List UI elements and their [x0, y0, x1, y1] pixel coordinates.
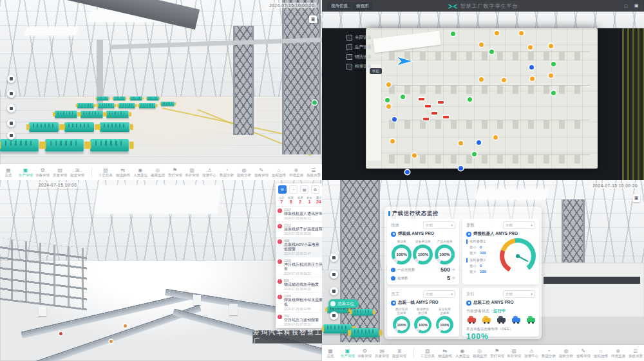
toolbar-item[interactable]: ▣ 生产管理 — [339, 348, 356, 358]
toolbar-item[interactable]: ▧ 工艺仿真 — [91, 167, 115, 178]
poi-marker[interactable] — [330, 270, 338, 279]
poi-marker[interactable] — [7, 75, 15, 83]
status-dot[interactable] — [551, 91, 556, 95]
toolbar-item[interactable]: ⊞ 能源管理 — [391, 348, 408, 358]
status-dot[interactable] — [386, 104, 391, 109]
toolbar-item[interactable]: ⚠ 报警中心 — [523, 348, 540, 358]
selected-poi-pill[interactable]: 总装工位 — [328, 299, 359, 308]
toolbar-item[interactable]: ✎ 巡检管理 — [252, 167, 270, 178]
status-dot[interactable] — [438, 101, 444, 104]
panel-tab[interactable]: ◔ — [289, 185, 298, 194]
poi-marker[interactable] — [330, 254, 338, 262]
poi-marker[interactable] — [330, 311, 338, 320]
poi-marker[interactable] — [330, 287, 338, 295]
vehicle-icon[interactable] — [482, 318, 491, 322]
toolbar-item[interactable]: ◔ 数据分析 — [540, 348, 558, 358]
status-dot[interactable] — [479, 77, 484, 82]
alarm-item[interactable]: ! B06 物流输送线急停触发 2024-07-15 08:44:10 — [276, 277, 322, 293]
status-dot[interactable] — [390, 139, 395, 143]
status-dot[interactable] — [477, 140, 481, 145]
floor-plan[interactable] — [366, 28, 598, 169]
toolbar-item[interactable]: ▥ 库存管理 — [184, 167, 201, 178]
toolbar-item[interactable]: ◎ 视频监控 — [471, 348, 488, 358]
status-dot[interactable] — [401, 95, 405, 99]
status-dot[interactable] — [472, 152, 477, 156]
status-dot[interactable] — [385, 98, 390, 102]
player-position-arrow[interactable] — [397, 55, 413, 67]
status-dot[interactable] — [459, 141, 463, 145]
status-dot[interactable] — [405, 170, 410, 174]
toolbar-item[interactable]: ⊕ 环境监测 — [287, 167, 305, 178]
vehicle-icon[interactable] — [512, 318, 520, 322]
layer-toggle[interactable]: 物流设备 — [346, 54, 372, 60]
status-dot[interactable] — [549, 73, 553, 78]
param-select-dropdown[interactable]: 全部 ▾ — [503, 221, 535, 229]
status-dot[interactable] — [392, 117, 397, 122]
status-dot[interactable] — [425, 105, 431, 107]
vehicle-icon[interactable] — [468, 318, 476, 322]
status-dot[interactable] — [468, 97, 472, 102]
staff-select-dropdown[interactable]: 全部 ▾ — [423, 290, 455, 298]
checkbox-icon[interactable] — [346, 35, 352, 41]
toolbar-item[interactable]: ◍ 能耗分析 — [558, 348, 575, 358]
poi-marker[interactable] — [7, 131, 15, 140]
toolbar-item[interactable]: ◍ 能耗分析 — [236, 167, 253, 178]
alarm-item[interactable]: ! C009 冲压线压机润滑压力异常 2024-07-15 08:58:32 — [276, 257, 322, 277]
status-dot[interactable] — [489, 50, 494, 54]
panel-tab[interactable]: ⚙ — [311, 185, 319, 194]
status-dot[interactable] — [495, 31, 499, 35]
alarm-item[interactable]: ! T03 空压站压力波动报警 2024-07-15 07:55:21 — [276, 313, 322, 328]
alarm-item[interactable]: ! A08 总装线AGV小车电量低报警 2024-07-15 09:21:47 — [276, 237, 322, 257]
alarm-item[interactable]: ! C012 涂装线烘干炉温度超限 2024-07-15 09:36:05 — [276, 222, 322, 237]
status-dot[interactable] — [528, 45, 533, 50]
toolbar-item[interactable]: ⚠ 报警中心 — [201, 167, 218, 178]
status-dot[interactable] — [479, 42, 484, 47]
fullscreen-button[interactable]: ▣ — [632, 194, 640, 202]
toolbar-item[interactable]: ⚙ 设备管理 — [34, 167, 52, 178]
toolbar-item[interactable]: ▤ 质量管理 — [374, 348, 391, 358]
toolbar-item[interactable]: ◉ 人员定位 — [453, 348, 471, 358]
status-dot[interactable] — [530, 77, 535, 81]
collapse-button[interactable]: 收起 — [370, 68, 382, 74]
status-dot[interactable] — [451, 32, 455, 36]
toolbar-item[interactable]: ⚙ 设备管理 — [356, 348, 374, 358]
vehicle-icon[interactable] — [497, 318, 506, 322]
toolbar-item[interactable]: ◉ 人员定位 — [131, 167, 149, 178]
poi-marker[interactable] — [7, 104, 15, 113]
status-dot[interactable] — [443, 116, 449, 118]
toolbar-item[interactable]: ▦ 总览 — [0, 167, 17, 178]
toolbar-item[interactable]: ☰ 系统设置 — [305, 167, 322, 178]
panel-tab[interactable]: ☰ — [278, 185, 287, 194]
status-dot[interactable] — [423, 118, 429, 120]
toolbar-item[interactable]: ⊞ 能源管理 — [69, 167, 86, 178]
status-dot-green[interactable] — [312, 100, 317, 105]
view-value-button[interactable]: 俯视图 — [352, 2, 373, 10]
toolbar-item[interactable]: ☰ 系统设置 — [627, 348, 644, 358]
alarm-item[interactable]: ! C017 焊装线机器人通讯异常 2024-07-15 09:42:13 — [276, 207, 322, 222]
toolbar-item[interactable]: ▣ 生产管理 — [17, 167, 34, 178]
line-select-dropdown[interactable]: 全部 ▾ — [423, 221, 455, 229]
window-button[interactable]: □ — [622, 2, 630, 10]
toolbar-item[interactable]: ⇆ 物流路线 — [114, 167, 131, 178]
status-dot[interactable] — [386, 82, 391, 87]
toolbar-item[interactable]: ◔ 数据分析 — [218, 167, 236, 178]
toolbar-item[interactable]: ⌂ 远程运维 — [270, 167, 287, 178]
toolbar-item[interactable]: ◎ 视频监控 — [149, 167, 166, 178]
panel-tab[interactable]: ▤ — [300, 185, 308, 194]
layer-toggle[interactable]: 全部设备 — [346, 35, 372, 41]
toolbar-item[interactable]: ⌂ 远程运维 — [592, 348, 609, 358]
status-dot[interactable] — [551, 62, 556, 66]
poi-marker[interactable] — [7, 89, 15, 98]
vehicle-icon[interactable] — [527, 318, 535, 322]
status-dot[interactable] — [459, 166, 463, 171]
status-dot[interactable] — [549, 44, 553, 48]
status-dot[interactable] — [529, 65, 534, 69]
toolbar-item[interactable]: ▤ 质量管理 — [52, 167, 69, 178]
alarm-item[interactable]: ! C005 焊装线焊枪冷却水流量低 2024-07-15 08:12:56 — [276, 293, 322, 313]
window-button[interactable]: ▣ — [632, 2, 640, 10]
layer-toggle[interactable]: 检测设备 — [346, 64, 372, 69]
layer-toggle[interactable]: 生产设备 — [346, 44, 372, 50]
checkbox-icon[interactable] — [346, 44, 352, 50]
view-switch-button[interactable]: 视角切换 — [327, 2, 352, 10]
status-dot[interactable] — [519, 31, 524, 35]
